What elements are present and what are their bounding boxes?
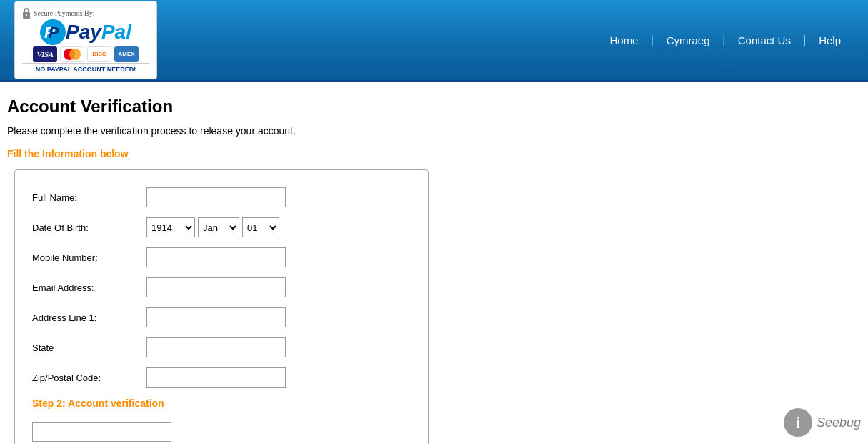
dob-row: Date Of Birth: 1914 1915 1920 1930 1940 … — [32, 217, 411, 237]
secure-payments-label: Secure Payments By: — [22, 7, 95, 19]
home-nav-link[interactable]: Home — [597, 34, 651, 46]
dob-month-select[interactable]: Jan Feb Mar Apr May Jun Jul Aug Sep Oct … — [198, 217, 239, 237]
step2-label: Step 2: Account verification — [32, 398, 411, 409]
main-content: Account Verification Please complete the… — [0, 82, 857, 444]
zip-code-label: Zip/Postal Code: — [32, 373, 146, 383]
form-container: Full Name: Date Of Birth: 1914 1915 1920… — [14, 169, 429, 444]
seebug-watermark: i Seebug — [784, 408, 861, 437]
no-paypal-label: NO PAYPAL ACCOUNT NEEDED! — [22, 63, 149, 73]
mobile-number-label: Mobile Number: — [32, 252, 146, 263]
intro-text: Please complete the verification process… — [7, 125, 843, 137]
mobile-number-input[interactable] — [146, 247, 286, 267]
email-address-input[interactable] — [146, 277, 286, 297]
svg-rect-1 — [26, 14, 27, 16]
zip-code-input[interactable] — [146, 367, 286, 388]
main-nav: Home | Cymraeg | Contact Us | Help — [597, 34, 854, 46]
discover-card-icon: DISC — [87, 46, 111, 62]
contact-us-nav-link[interactable]: Contact Us — [725, 34, 804, 46]
mobile-number-row: Mobile Number: — [32, 247, 411, 267]
paypal-text-logo: PayPal — [66, 21, 131, 44]
svg-text:P: P — [49, 24, 59, 41]
seebug-label: Seebug — [817, 415, 861, 430]
zip-code-row: Zip/Postal Code: — [32, 367, 411, 388]
state-input[interactable] — [146, 337, 286, 357]
step2-input-row — [32, 419, 411, 442]
header: Secure Payments By: P P PayPal VISA DISC… — [0, 0, 868, 82]
step2-input[interactable] — [32, 422, 171, 442]
full-name-row: Full Name: — [32, 187, 411, 207]
full-name-input[interactable] — [146, 187, 286, 207]
page-title: Account Verification — [7, 97, 843, 117]
help-nav-link[interactable]: Help — [806, 34, 854, 46]
lock-icon — [22, 7, 31, 19]
mastercard-icon — [60, 46, 84, 62]
amex-card-icon: AMEX — [114, 46, 139, 62]
visa-card-icon: VISA — [33, 46, 57, 62]
paypal-pp-icon: P P — [40, 19, 66, 45]
paypal-logo: P P PayPal — [40, 19, 131, 45]
address-line1-input[interactable] — [146, 307, 286, 327]
address-line1-label: Address Line 1: — [32, 312, 146, 323]
cymraeg-nav-link[interactable]: Cymraeg — [654, 34, 723, 46]
state-row: State — [32, 337, 411, 357]
dob-label: Date Of Birth: — [32, 222, 146, 233]
dob-selects: 1914 1915 1920 1930 1940 1950 1960 1970 … — [146, 217, 279, 237]
state-label: State — [32, 342, 146, 353]
email-address-label: Email Address: — [32, 282, 146, 293]
paypal-badge: Secure Payments By: P P PayPal VISA DISC… — [14, 1, 157, 79]
seebug-icon: i — [784, 408, 812, 437]
card-icons-group: VISA DISC AMEX — [33, 46, 139, 62]
address-line1-row: Address Line 1: — [32, 307, 411, 327]
dob-year-select[interactable]: 1914 1915 1920 1930 1940 1950 1960 1970 … — [146, 217, 195, 237]
dob-day-select[interactable]: 01 02 03 04 05 06 07 08 09 10 11 12 13 1… — [242, 217, 279, 237]
full-name-label: Full Name: — [32, 192, 146, 203]
email-address-row: Email Address: — [32, 277, 411, 297]
fill-info-label: Fill the Information below — [7, 148, 843, 159]
